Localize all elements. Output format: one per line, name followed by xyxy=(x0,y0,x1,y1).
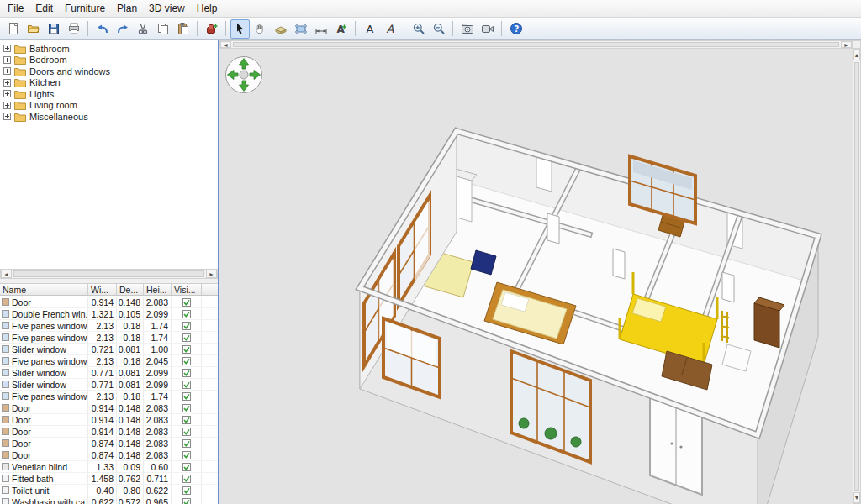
furniture-row-door[interactable]: Door0.9140.1482.083 xyxy=(0,426,218,438)
paste-button[interactable] xyxy=(173,19,193,39)
furniture-row-five-panes-window[interactable]: Five panes window2.130.181.74 xyxy=(0,320,218,332)
visibility-checkbox[interactable] xyxy=(172,344,202,354)
select-button[interactable] xyxy=(230,19,250,39)
scroll-thumb[interactable] xyxy=(13,270,204,277)
furniture-row-toilet-unit[interactable]: Toilet unit0.400.800.622 xyxy=(0,485,218,496)
scroll-left-button[interactable]: ◄ xyxy=(1,270,12,278)
add-text-button[interactable]: A xyxy=(331,19,351,39)
create-walls-button[interactable] xyxy=(271,19,290,39)
help-button[interactable]: ? xyxy=(506,19,526,39)
visibility-checkbox[interactable] xyxy=(172,438,202,449)
furniture-row-door[interactable]: Door0.9140.1482.083 xyxy=(0,297,218,308)
scroll-up-button[interactable]: ▲ xyxy=(853,50,860,60)
visibility-checkbox[interactable] xyxy=(172,297,202,307)
furniture-row-venetian-blind[interactable]: Venetian blind1.330.090.60 xyxy=(0,461,218,473)
furniture-row-fitted-bath[interactable]: Fitted bath1.4580.7620.711 xyxy=(0,473,218,485)
furniture-row-slider-window[interactable]: Slider window0.7210.0811.00 xyxy=(0,344,218,355)
visibility-checkbox[interactable] xyxy=(172,402,202,413)
menu-file[interactable]: File xyxy=(2,1,29,17)
scroll-right-button[interactable]: ► xyxy=(206,270,217,278)
scroll-down-button[interactable]: ▼ xyxy=(853,492,860,503)
furniture-row-door[interactable]: Door0.8740.1482.083 xyxy=(0,449,218,461)
tree-item-bedroom[interactable]: Bedroom xyxy=(0,55,218,66)
cut-button[interactable] xyxy=(133,19,152,39)
expand-plus-icon[interactable] xyxy=(3,79,11,87)
expand-plus-icon[interactable] xyxy=(3,90,11,97)
add-furniture-button[interactable] xyxy=(202,19,221,39)
furniture-row-door[interactable]: Door0.8740.1482.083 xyxy=(0,438,218,449)
create-video-button[interactable] xyxy=(478,19,497,39)
tree-item-living-room[interactable]: Living room xyxy=(0,100,218,112)
navigation-compass[interactable] xyxy=(224,55,263,94)
tree-item-lights[interactable]: Lights xyxy=(0,88,218,100)
visibility-checkbox[interactable] xyxy=(172,496,202,504)
create-dimensions-button[interactable] xyxy=(311,19,330,39)
expand-plus-icon[interactable] xyxy=(3,113,11,120)
furniture-row-door[interactable]: Door0.9140.1482.083 xyxy=(0,414,218,426)
house-3d-model[interactable] xyxy=(219,49,853,504)
print-button[interactable] xyxy=(64,19,83,39)
menu-plan[interactable]: Plan xyxy=(111,1,143,17)
pan-button[interactable] xyxy=(251,19,270,39)
undo-button[interactable] xyxy=(92,19,112,39)
tree-item-bathroom[interactable]: Bathroom xyxy=(0,43,218,55)
furniture-row-door[interactable]: Door0.9140.1482.083 xyxy=(0,402,218,414)
open-button[interactable] xyxy=(24,19,43,39)
compass-center[interactable] xyxy=(240,71,248,79)
menu-3d-view[interactable]: 3D view xyxy=(143,1,191,17)
view3d-v-scrollbar[interactable]: ▲▼ xyxy=(853,49,861,504)
furniture-row-slider-window[interactable]: Slider window0.7710.0812.099 xyxy=(0,367,218,379)
copy-button[interactable] xyxy=(153,19,172,39)
furniture-row-five-panes-window[interactable]: Five panes window2.130.181.74 xyxy=(0,332,218,344)
save-button[interactable] xyxy=(44,19,63,39)
column-header-height[interactable]: Hei... xyxy=(144,284,172,295)
visibility-checkbox[interactable] xyxy=(172,414,202,425)
furniture-row-slider-window[interactable]: Slider window0.7710.0812.099 xyxy=(0,379,218,391)
zoom-in-button[interactable] xyxy=(409,19,428,39)
expand-plus-icon[interactable] xyxy=(3,45,11,52)
scroll-track[interactable] xyxy=(12,270,206,278)
visibility-checkbox[interactable] xyxy=(172,461,202,472)
new-button[interactable] xyxy=(3,19,23,39)
visibility-checkbox[interactable] xyxy=(172,485,202,496)
visibility-checkbox[interactable] xyxy=(172,379,202,390)
scroll-track[interactable] xyxy=(853,60,860,492)
visibility-checkbox[interactable] xyxy=(172,332,202,343)
column-header-visible[interactable]: Visi... xyxy=(172,284,202,295)
menu-help[interactable]: Help xyxy=(191,1,224,17)
visibility-checkbox[interactable] xyxy=(172,320,202,331)
view-3d-canvas[interactable] xyxy=(219,49,853,504)
scroll-thumb[interactable] xyxy=(233,42,839,47)
scroll-left-button[interactable]: ◄ xyxy=(220,41,231,48)
furniture-row-five-panes-window[interactable]: Five panes window2.130.182.045 xyxy=(0,355,218,367)
zoom-out-button[interactable] xyxy=(429,19,448,39)
catalog-h-scrollbar[interactable]: ◄► xyxy=(0,269,218,279)
expand-plus-icon[interactable] xyxy=(3,56,11,64)
furniture-row-five-panes-window[interactable]: Five panes window2.130.181.74 xyxy=(0,391,218,402)
scroll-right-button[interactable]: ► xyxy=(841,41,852,48)
tree-item-miscellaneous[interactable]: Miscellaneous xyxy=(0,111,218,123)
menu-furniture[interactable]: Furniture xyxy=(59,1,111,17)
visibility-checkbox[interactable] xyxy=(172,426,202,437)
tree-item-kitchen[interactable]: Kitchen xyxy=(0,77,218,89)
menu-edit[interactable]: Edit xyxy=(29,1,59,17)
redo-button[interactable] xyxy=(113,19,132,39)
furniture-row-washbasin-with-ca[interactable]: Washbasin with ca...0.6220.5720.965 xyxy=(0,496,218,504)
visibility-checkbox[interactable] xyxy=(172,473,202,484)
scroll-track[interactable] xyxy=(231,41,841,48)
create-rooms-button[interactable] xyxy=(291,19,310,39)
visibility-checkbox[interactable] xyxy=(172,355,202,366)
text-style-italic-button[interactable]: A xyxy=(380,19,399,39)
furniture-row-double-french-win[interactable]: Double French win...1.3210.1052.099 xyxy=(0,308,218,320)
visibility-checkbox[interactable] xyxy=(172,391,202,402)
column-header-depth[interactable]: De... xyxy=(117,284,144,295)
scroll-thumb[interactable] xyxy=(854,62,859,491)
expand-plus-icon[interactable] xyxy=(3,102,11,109)
view3d-h-scrollbar[interactable]: ◄► xyxy=(219,40,853,49)
visibility-checkbox[interactable] xyxy=(172,367,202,378)
column-header-width[interactable]: Wi... xyxy=(88,284,117,295)
create-photo-button[interactable] xyxy=(457,19,477,39)
visibility-checkbox[interactable] xyxy=(172,308,202,319)
text-style-button[interactable]: A xyxy=(360,19,379,39)
tree-item-doors-and-windows[interactable]: Doors and windows xyxy=(0,66,218,77)
